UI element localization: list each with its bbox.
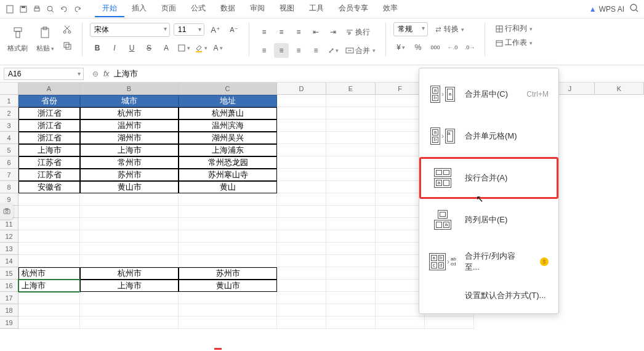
cell[interactable]: 杭州萧山 (179, 107, 277, 119)
cell[interactable] (326, 119, 376, 132)
italic-icon[interactable]: I (107, 41, 122, 55)
colheader-E[interactable]: E (326, 83, 376, 95)
colheader-K[interactable]: K (595, 83, 644, 95)
cell[interactable] (326, 218, 376, 230)
cell[interactable] (326, 255, 376, 267)
cell[interactable] (179, 317, 277, 329)
cell[interactable] (277, 156, 326, 169)
convert-button[interactable]: 转换▾ (432, 23, 467, 36)
align-left-icon[interactable]: ≡ (257, 43, 272, 58)
align-center-icon[interactable]: ≡ (274, 43, 289, 58)
cell[interactable] (326, 243, 376, 255)
cell[interactable] (18, 255, 80, 267)
tab-data[interactable]: 数据 (213, 1, 243, 17)
undo-icon[interactable] (59, 4, 69, 14)
cell[interactable] (376, 292, 425, 304)
name-box[interactable]: A16 (4, 68, 84, 80)
cell[interactable] (326, 95, 376, 107)
dec-dec-icon[interactable]: .0→ (462, 40, 477, 55)
indent-inc-icon[interactable]: ⇥ (326, 25, 340, 39)
cell[interactable] (277, 193, 326, 206)
rowheader[interactable]: 6 (0, 156, 18, 169)
cell[interactable] (326, 206, 376, 218)
rowheader[interactable]: 5 (0, 144, 18, 156)
cell[interactable]: 苏州市 (179, 267, 277, 280)
cell[interactable] (80, 304, 179, 317)
cell[interactable] (277, 119, 326, 132)
paste-icon[interactable] (35, 23, 55, 42)
rowheader[interactable]: 12 (0, 230, 18, 243)
dec-inc-icon[interactable]: ←.0 (445, 40, 460, 55)
cell[interactable] (326, 292, 376, 304)
align-right-icon[interactable]: ≡ (291, 43, 306, 58)
rowheader[interactable]: 13 (0, 243, 18, 255)
rowheader[interactable]: 11 (0, 218, 18, 230)
cell[interactable] (425, 317, 474, 329)
cell[interactable]: 温州市 (80, 119, 179, 132)
rowheader[interactable]: 16 (0, 280, 18, 292)
cell[interactable] (179, 292, 277, 304)
cell[interactable]: 杭州市 (18, 267, 80, 280)
rowheader[interactable]: 2 (0, 107, 18, 119)
rowheader[interactable]: 15 (0, 267, 18, 280)
cell[interactable] (376, 156, 425, 169)
cell[interactable] (326, 181, 376, 193)
rowheader[interactable]: 1 (0, 95, 18, 107)
cell[interactable] (277, 230, 326, 243)
tab-efficiency[interactable]: 效率 (376, 1, 405, 17)
formatbrush-icon[interactable] (8, 23, 28, 42)
cell[interactable] (376, 132, 425, 144)
table-header[interactable]: 城市 (80, 95, 179, 107)
wps-ai-button[interactable]: ▲ WPS AI (589, 5, 624, 14)
cell[interactable] (376, 255, 425, 267)
number-format-select[interactable]: 常规 (393, 22, 428, 36)
colheader-F[interactable]: F (376, 83, 425, 95)
cell[interactable] (376, 230, 425, 243)
cell[interactable] (80, 255, 179, 267)
rowcol-button[interactable]: 行和列 (493, 22, 535, 35)
orientation-icon[interactable]: ⤢ (326, 43, 340, 58)
cell[interactable] (18, 218, 80, 230)
cell[interactable]: 江苏省 (18, 156, 80, 169)
cell[interactable] (179, 218, 277, 230)
menu-merge-across[interactable]: a 按行合并(A) (419, 157, 558, 199)
cell[interactable] (277, 132, 326, 144)
cell[interactable] (80, 193, 179, 206)
cell[interactable] (277, 304, 326, 317)
cell[interactable] (277, 243, 326, 255)
cell[interactable] (376, 267, 425, 280)
comma-icon[interactable]: 000 (428, 40, 443, 55)
zoom-icon[interactable]: ⊖ (92, 70, 99, 78)
fill-color-icon[interactable] (193, 41, 208, 55)
cell[interactable] (277, 218, 326, 230)
cell[interactable] (376, 119, 425, 132)
rowheader[interactable]: 4 (0, 132, 18, 144)
cell[interactable]: 江苏省 (18, 169, 80, 181)
cell[interactable] (277, 317, 326, 329)
cell[interactable] (179, 255, 277, 267)
cell[interactable]: 浙江省 (18, 132, 80, 144)
new-icon[interactable] (5, 4, 15, 14)
cell[interactable]: 上海市 (80, 280, 179, 292)
fx-icon[interactable]: fx (103, 70, 109, 78)
cell[interactable] (376, 317, 425, 329)
underline-icon[interactable]: U (124, 41, 139, 55)
menu-default-merge[interactable]: 设置默认合并方式(T)... (419, 283, 558, 309)
tab-tools[interactable]: 工具 (302, 1, 331, 17)
cell[interactable] (277, 280, 326, 292)
bold-icon[interactable]: B (90, 41, 105, 55)
tab-member[interactable]: 会员专享 (331, 1, 376, 17)
cell[interactable]: 温州滨海 (179, 119, 277, 132)
cell[interactable] (18, 230, 80, 243)
cell[interactable] (277, 292, 326, 304)
screenshot-icon[interactable] (0, 203, 14, 219)
formula-value[interactable]: 上海市 (114, 68, 138, 79)
paste-label[interactable]: 粘贴 (36, 44, 54, 53)
cell[interactable]: 黄山 (179, 181, 277, 193)
tab-formula[interactable]: 公式 (183, 1, 213, 17)
cell[interactable] (277, 206, 326, 218)
tab-view[interactable]: 视图 (272, 1, 302, 17)
cell[interactable]: 苏州市 (80, 169, 179, 181)
cell[interactable] (277, 169, 326, 181)
cell[interactable] (80, 218, 179, 230)
